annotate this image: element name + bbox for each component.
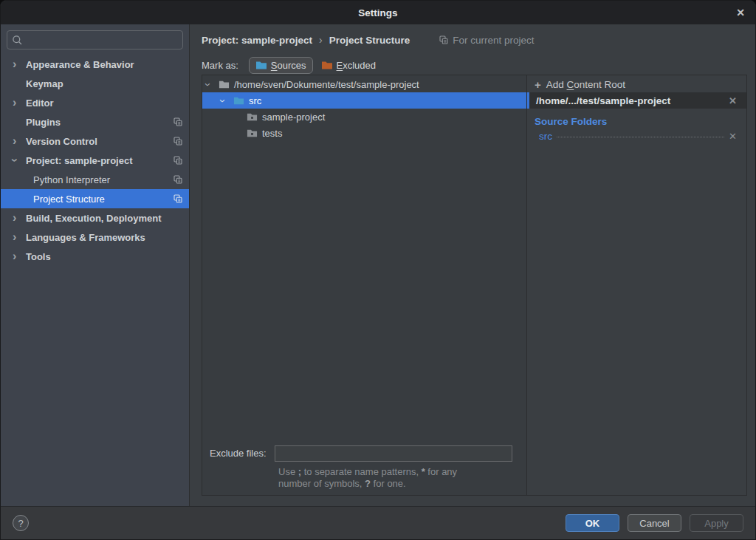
scope-note: For current project <box>439 35 534 46</box>
exclude-files-section: Exclude files: Use ; to separate name pa… <box>202 445 526 492</box>
sidebar-item-label: Project: sample-project <box>26 155 133 166</box>
sidebar-item-python-interpreter[interactable]: Python Interpreter <box>1 170 189 189</box>
add-content-root-label: Add <box>546 79 567 90</box>
content-root-row[interactable]: /home/.../test/sample-project ✕ <box>527 92 746 109</box>
search-input[interactable] <box>26 34 178 47</box>
sidebar-item-label: Appearance & Behavior <box>26 59 134 70</box>
sidebar-item-plugins[interactable]: Plugins <box>1 112 189 131</box>
sidebar-item-build-execution-deployment[interactable]: Build, Execution, Deployment <box>1 208 189 228</box>
title-bar: Settings ✕ <box>1 1 755 24</box>
tree-row-content-root[interactable]: /home/sven/Dokumente/test/sample-project <box>202 76 526 92</box>
settings-sidebar: Appearance & Behavior Keymap Editor Plug… <box>1 24 190 506</box>
hint-text: number of symbols, <box>278 478 365 489</box>
exclude-files-label: Exclude files: <box>210 448 267 459</box>
tree-row-label: tests <box>262 128 282 139</box>
mark-as-label: Mark as: <box>202 60 238 71</box>
close-icon[interactable]: ✕ <box>730 1 751 24</box>
hint-text: for any <box>425 466 457 477</box>
ok-button[interactable]: OK <box>566 514 619 532</box>
question-mark-icon: ? <box>18 518 23 529</box>
source-folder-row[interactable]: src ✕ <box>539 131 737 142</box>
mark-sources-button[interactable]: Sources <box>249 57 313 74</box>
tree-row-tests[interactable]: tests <box>202 125 526 141</box>
current-project-badge-icon <box>173 117 182 126</box>
sidebar-item-tools[interactable]: Tools <box>1 247 189 266</box>
sidebar-item-label: Python Interpreter <box>33 174 110 185</box>
current-project-badge-icon <box>173 194 182 203</box>
search-box[interactable] <box>7 30 183 49</box>
folder-icon <box>247 112 258 122</box>
breadcrumb-separator: › <box>319 34 323 46</box>
sidebar-nav: Appearance & Behavior Keymap Editor Plug… <box>1 55 189 266</box>
mark-excluded-button[interactable]: Excluded <box>315 57 382 74</box>
main-panel: Project: sample-project › Project Struct… <box>190 24 755 506</box>
tree-row-src[interactable]: src <box>202 92 526 109</box>
apply-button: Apply <box>690 514 743 532</box>
hint-text: Use <box>278 466 298 477</box>
hint-text: for one. <box>371 478 406 489</box>
chevron-right-icon <box>13 212 26 224</box>
cancel-button[interactable]: Cancel <box>628 514 681 532</box>
chevron-right-icon <box>13 58 26 70</box>
tree-row-label: /home/sven/Dokumente/test/sample-project <box>234 79 419 90</box>
source-folder-icon <box>233 96 244 106</box>
folder-icon <box>247 129 258 138</box>
exclude-files-input[interactable] <box>275 445 512 462</box>
sidebar-item-project-structure[interactable]: Project Structure <box>1 189 189 208</box>
source-folder-name: src <box>539 131 552 142</box>
sidebar-item-label: Build, Execution, Deployment <box>26 213 161 224</box>
sidebar-item-label: Project Structure <box>33 194 105 205</box>
sidebar-item-appearance-behavior[interactable]: Appearance & Behavior <box>1 55 189 74</box>
dotted-leader <box>557 137 724 137</box>
structure-panels: /home/sven/Dokumente/test/sample-project… <box>202 75 747 496</box>
sidebar-item-label: Version Control <box>26 136 97 147</box>
sidebar-item-editor[interactable]: Editor <box>1 93 189 112</box>
sidebar-item-version-control[interactable]: Version Control <box>1 131 189 151</box>
source-folders-title: Source Folders <box>535 116 746 127</box>
content-root-path: /home/.../test/sample-project <box>536 95 670 106</box>
sources-folder-icon <box>255 61 267 70</box>
sidebar-item-keymap[interactable]: Keymap <box>1 74 189 93</box>
footer-buttons: OK Cancel Apply <box>566 514 743 532</box>
breadcrumb-page: Project Structure <box>329 35 410 46</box>
add-content-root-button[interactable]: + Add Content Root <box>527 76 746 92</box>
excluded-label: xcluded <box>343 60 376 71</box>
mnemonic: E <box>337 60 343 71</box>
plus-icon: + <box>535 78 541 91</box>
chevron-right-icon <box>13 250 26 262</box>
scope-note-label: For current project <box>453 35 534 46</box>
sidebar-item-label: Tools <box>26 251 51 262</box>
breadcrumb-project[interactable]: Project: sample-project <box>202 35 312 46</box>
chevron-right-icon <box>13 231 26 243</box>
settings-dialog: Settings ✕ Appearance & Behavior Keymap <box>0 0 756 540</box>
remove-source-folder-icon[interactable]: ✕ <box>729 131 737 142</box>
directory-tree-panel: /home/sven/Dokumente/test/sample-project… <box>202 75 527 495</box>
tree-row-sample-project[interactable]: sample-project <box>202 109 526 125</box>
sidebar-item-label: Editor <box>26 98 54 109</box>
chevron-right-icon <box>13 135 26 147</box>
chevron-down-icon[interactable] <box>221 95 233 106</box>
tree-row-label: sample-project <box>262 112 325 123</box>
sidebar-item-languages-frameworks[interactable]: Languages & Frameworks <box>1 228 189 247</box>
hint-question: ? <box>365 478 371 489</box>
chevron-down-icon <box>13 154 26 166</box>
mark-as-toolbar: Mark as: Sources Excluded <box>202 55 382 75</box>
help-button[interactable]: ? <box>13 515 29 531</box>
dialog-body: Appearance & Behavior Keymap Editor Plug… <box>1 24 755 506</box>
excluded-folder-icon <box>321 61 333 70</box>
hint-text: to separate name patterns, <box>301 466 422 477</box>
mnemonic: C <box>567 79 574 90</box>
remove-content-root-icon[interactable]: ✕ <box>729 95 737 106</box>
sources-label: ources <box>278 60 306 71</box>
current-project-badge-icon <box>439 35 448 44</box>
sidebar-item-label: Languages & Frameworks <box>26 232 145 243</box>
tree-row-label: src <box>249 95 261 106</box>
chevron-right-icon <box>13 97 26 109</box>
current-project-badge-icon <box>173 137 182 146</box>
current-project-badge-icon <box>173 175 182 184</box>
breadcrumb: Project: sample-project › Project Struct… <box>202 30 535 49</box>
exclude-files-hint: Use ; to separate name patterns, * for a… <box>278 466 526 491</box>
chevron-down-icon[interactable] <box>207 79 219 90</box>
sidebar-item-project[interactable]: Project: sample-project <box>1 151 189 170</box>
mnemonic: S <box>271 60 278 71</box>
